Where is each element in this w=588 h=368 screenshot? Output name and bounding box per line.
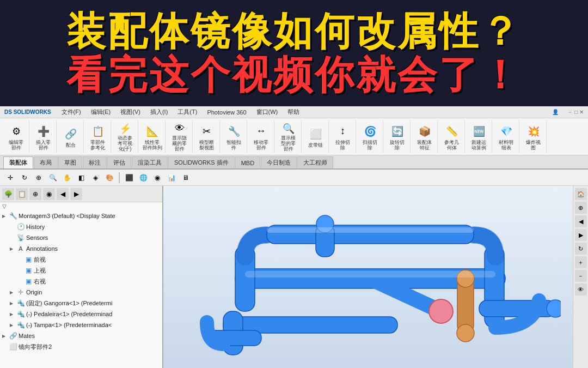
tb2-zoom-box-icon[interactable]: 🔍: [47, 172, 59, 184]
toolbar-insert-part[interactable]: ➕ 插入零部件: [30, 120, 57, 153]
menu-photoview[interactable]: Photoview 360: [205, 109, 248, 116]
linear-pattern-label: 线性零部件阵列: [143, 140, 162, 151]
toolbar-mate[interactable]: 🔗 配合: [58, 120, 84, 153]
new-motion-icon: 🆕: [470, 123, 488, 140]
gangorra-icon: 🔩: [16, 299, 25, 307]
rt-zoom-in-icon[interactable]: ＋: [575, 256, 587, 268]
title-overlay: 装配体镜像如何改属性？ 看完这个视频你就会了！: [0, 0, 588, 106]
tree-item-front[interactable]: ▣ 前视: [15, 254, 162, 265]
toolbar-revolve-cut[interactable]: 🔄 旋转切除: [384, 120, 411, 153]
tab-sketch[interactable]: 草图: [58, 156, 82, 168]
menu-help[interactable]: 帮助: [286, 108, 301, 116]
menu-tools[interactable]: 工具(T): [176, 108, 199, 116]
tree-icon-props[interactable]: 📋: [16, 188, 28, 200]
toolbar-linear-pattern[interactable]: 📐 线性零部件阵列: [139, 120, 166, 153]
history-icon: 🕐: [16, 222, 25, 231]
tab-render[interactable]: 渲染工具: [132, 156, 168, 168]
toolbar-ref-geometry[interactable]: 📏 参考几何体: [439, 120, 465, 153]
tab-manufacturing[interactable]: 今日制造: [261, 156, 297, 168]
tree-item-sensors[interactable]: 📡 Sensors: [8, 232, 162, 243]
tree-icon-tree[interactable]: 🌳: [2, 188, 14, 200]
feature-tree: 🌳 📋 ⊕ ◉ ◀ ▶ ▽ ▶ 🔧 Montagem3 (Default) <D…: [0, 186, 163, 368]
tb2-box-icon[interactable]: ⬛: [123, 172, 135, 184]
tb2-pan-icon[interactable]: ✋: [61, 172, 73, 184]
tree-item-annotations[interactable]: ▶ A Annotations: [8, 243, 162, 254]
toolbar-sweep-cut[interactable]: 🌀 扫描切除: [357, 120, 383, 153]
toolbar-extrude-cut[interactable]: ↕ 拉伸切除: [330, 120, 356, 153]
toolbar-edit-part[interactable]: ⚙ 编辑零部件: [3, 120, 29, 153]
tb2-screen-icon[interactable]: 🖥: [180, 172, 192, 184]
tree-icon-next[interactable]: ▶: [70, 188, 82, 200]
toolbar-ref-preview[interactable]: 📋 零部件参考化: [85, 120, 111, 153]
tab-mbd[interactable]: MBD: [235, 156, 260, 168]
tree-item-mates[interactable]: ▶ 🔗 Mates: [0, 330, 162, 341]
tab-evaluate[interactable]: 评估: [107, 156, 131, 168]
tb2-appearance-icon[interactable]: 🎨: [103, 172, 115, 184]
tab-annotation[interactable]: 标注: [83, 156, 107, 168]
rt-home-icon[interactable]: 🏠: [575, 188, 587, 200]
toolbar-dynamic[interactable]: ⚡ 动态参考可视化(子): [112, 120, 138, 153]
tb2-display-icon[interactable]: ◈: [89, 172, 101, 184]
rt-next-icon[interactable]: ▶: [575, 229, 587, 241]
show-model-icon: 🔍: [280, 122, 297, 136]
rt-rotate-icon[interactable]: ↻: [575, 243, 587, 255]
tree-item-root[interactable]: ▶ 🔧 Montagem3 (Default) <Display State: [0, 210, 162, 221]
rt-view-icon[interactable]: 👁: [575, 283, 587, 295]
tb2-move-icon[interactable]: ✛: [4, 172, 16, 184]
tab-engineer[interactable]: 大工程师: [297, 156, 333, 168]
toolbar-bom[interactable]: 💎 材料明细表: [493, 120, 519, 153]
tampa-icon: 🔩: [16, 321, 25, 329]
broken-view-icon: ✂: [198, 123, 216, 140]
mate-label: 配合: [66, 143, 76, 148]
menu-view[interactable]: 视图(V): [119, 108, 142, 116]
tree-item-mirror[interactable]: ⬜ 镜向零部件2: [0, 341, 162, 352]
tab-sw-plugins[interactable]: SOLIDWORKS 插件: [168, 156, 235, 168]
move-comp-label: 移动零部件: [254, 140, 268, 151]
tree-item-history[interactable]: 🕐 History: [8, 221, 162, 232]
rt-fit-icon[interactable]: ⊕: [575, 202, 587, 214]
tree-icon-view[interactable]: ◉: [43, 188, 55, 200]
tab-assembly[interactable]: 装配体: [3, 156, 33, 168]
toolbar-show-hidden[interactable]: 👁 显示隐藏的零部件: [167, 120, 193, 153]
toolbar-smart-fastener[interactable]: 🔧 智能扣件: [221, 120, 247, 153]
tb2-graph-icon[interactable]: 📊: [166, 172, 177, 184]
bom-label: 材料明细表: [499, 140, 513, 151]
toolbar-assy-feature[interactable]: 📦 装配体特征: [412, 120, 438, 153]
tree-item-gangorra[interactable]: ▶ 🔩 (固定) Gangorra<1> (Predetermi: [8, 298, 162, 309]
tree-icon-prev[interactable]: ◀: [57, 188, 69, 200]
menu-insert[interactable]: 插入(I): [149, 108, 169, 116]
toolbar-broken-view[interactable]: ✂ 模型断裂视图: [194, 120, 220, 153]
top-text: 上视: [34, 267, 46, 275]
sweep-cut-label: 扫描切除: [363, 140, 377, 151]
viewport[interactable]: [163, 186, 573, 368]
toolbar-new-motion[interactable]: 🆕 新建运动算例: [466, 120, 492, 153]
tree-item-origin[interactable]: ▶ ✛ Origin: [8, 287, 162, 298]
origin-icon: ✛: [16, 288, 25, 297]
tree-item-top[interactable]: ▣ 上视: [15, 265, 162, 276]
tb2-view-icon[interactable]: ◉: [151, 172, 163, 184]
tree-item-pedaleira[interactable]: ▶ 🔩 (-) Pedaleira<1> (Predeterminad: [8, 309, 162, 319]
mirror-icon: ⬜: [9, 342, 17, 351]
menu-window[interactable]: 窗口(W): [255, 108, 280, 116]
svg-point-13: [547, 300, 561, 317]
tb2-zoom-fit-icon[interactable]: ⊕: [33, 172, 45, 184]
tree-item-tampa[interactable]: ▶ 🔩 (-) Tampa<1> (Predeterminada<: [8, 319, 162, 330]
toolbar-belt-chain[interactable]: ⬜ 皮带链: [303, 120, 329, 153]
pedaleira-text: (-) Pedaleira<1> (Predeterminad: [26, 311, 112, 317]
tree-icon-add[interactable]: ⊕: [29, 188, 41, 200]
rt-prev-icon[interactable]: ◀: [575, 215, 587, 227]
show-hidden-icon: 👁: [171, 122, 188, 136]
tab-layout[interactable]: 布局: [34, 156, 58, 168]
rt-zoom-out-icon[interactable]: －: [575, 270, 587, 282]
tree-item-right[interactable]: ▣ 右视: [15, 276, 162, 287]
toolbar-show-model[interactable]: 🔍 显示模型的零部件: [275, 120, 302, 153]
menu-edit[interactable]: 编辑(E): [89, 108, 113, 116]
toolbar-move-comp[interactable]: ↔ 移动零部件: [248, 120, 274, 153]
tb2-rotate-icon[interactable]: ↻: [19, 172, 30, 184]
expand-tampa-arrow: ▶: [10, 323, 15, 328]
menu-file[interactable]: 文件(F): [60, 108, 83, 116]
tb2-section-icon[interactable]: ◧: [75, 172, 87, 184]
tb2-globe-icon[interactable]: 🌐: [137, 172, 149, 184]
toolbar-explode[interactable]: 💥 爆炸视图: [520, 120, 547, 153]
ref-geometry-icon: 📏: [443, 123, 461, 140]
